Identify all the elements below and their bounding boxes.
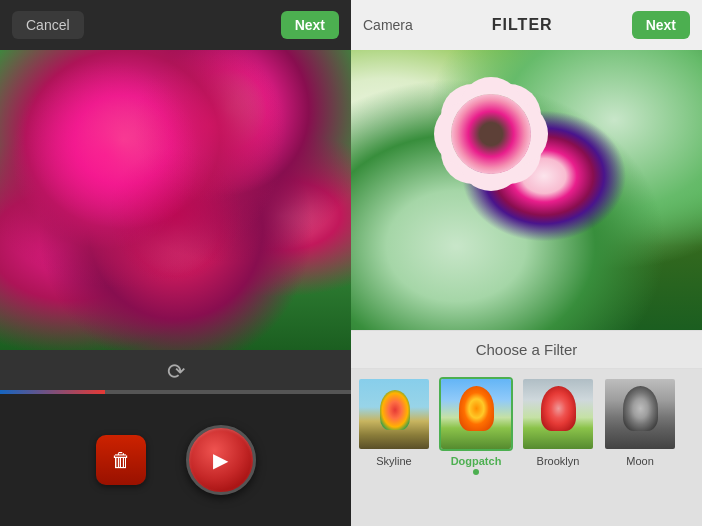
next-button-right[interactable]: Next <box>632 11 690 39</box>
record-icon: ▶ <box>213 448 228 472</box>
filter-title: FILTER <box>492 16 553 34</box>
next-button-left[interactable]: Next <box>281 11 339 39</box>
record-button[interactable]: ▶ <box>186 425 256 495</box>
filter-thumb-dogpatch <box>439 377 513 451</box>
left-panel: Cancel Next ⟳ 🗑 ▶ <box>0 0 351 526</box>
filter-item-skyline[interactable]: Skyline <box>355 377 433 522</box>
progress-bar-area <box>0 390 351 394</box>
filter-item-dogpatch[interactable]: Dogpatch <box>437 377 515 522</box>
filter-thumb-brooklyn <box>521 377 595 451</box>
delete-button[interactable]: 🗑 <box>96 435 146 485</box>
thumb-skyline-img <box>359 379 429 449</box>
trash-icon: 🗑 <box>111 449 131 472</box>
filter-name-skyline: Skyline <box>376 455 411 467</box>
filter-name-moon: Moon <box>626 455 654 467</box>
filter-thumb-skyline <box>357 377 431 451</box>
filter-name-dogpatch: Dogpatch <box>451 455 502 467</box>
daisy-photo <box>351 50 702 330</box>
filter-item-moon[interactable]: Moon <box>601 377 679 522</box>
filter-name-brooklyn: Brooklyn <box>537 455 580 467</box>
cancel-button[interactable]: Cancel <box>12 11 84 39</box>
left-header: Cancel Next <box>0 0 351 50</box>
right-header: Camera FILTER Next <box>351 0 702 50</box>
left-photo-area <box>0 50 351 350</box>
thumb-moon-img <box>605 379 675 449</box>
filter-thumb-moon <box>603 377 677 451</box>
thumb-dogpatch-img <box>441 379 511 449</box>
progress-bar-fill <box>0 390 105 394</box>
flower-photo <box>0 50 351 350</box>
thumb-brooklyn-img <box>523 379 593 449</box>
filter-item-brooklyn[interactable]: Brooklyn <box>519 377 597 522</box>
filter-strip: Skyline Dogpatch Brooklyn Moon <box>351 369 702 526</box>
active-indicator <box>473 469 479 475</box>
camera-button[interactable]: Camera <box>363 17 413 33</box>
right-panel: Camera FILTER Next Choose a Filter Skyli… <box>351 0 702 526</box>
rotate-area: ⟳ <box>0 350 351 394</box>
choose-filter-label: Choose a Filter <box>351 330 702 369</box>
right-photo-area <box>351 50 702 330</box>
left-controls: 🗑 ▶ <box>0 394 351 526</box>
rotate-icon: ⟳ <box>167 359 185 385</box>
